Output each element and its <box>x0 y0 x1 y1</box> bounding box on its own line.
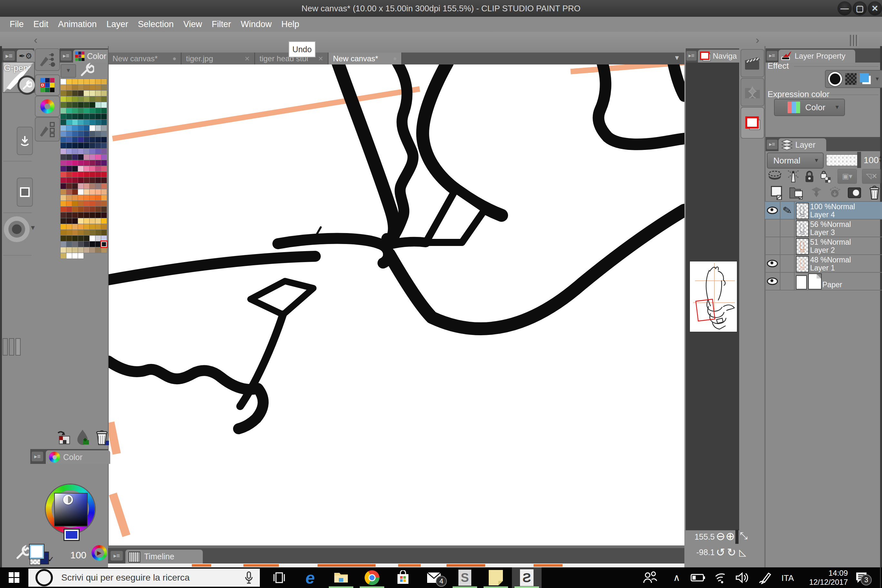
taskbar-app-clip-studio[interactable]: S <box>450 567 480 588</box>
color-swatch[interactable] <box>84 154 89 160</box>
color-swatch[interactable] <box>101 172 107 177</box>
color-swatch[interactable] <box>90 131 95 136</box>
color-swatch[interactable] <box>84 183 89 189</box>
color-swatch[interactable] <box>101 102 107 108</box>
delete-layer-icon[interactable] <box>868 186 880 200</box>
color-swatch[interactable] <box>84 120 89 125</box>
layer-row-layer-3[interactable]: 56 %NormalLayer 3 <box>765 219 882 237</box>
color-swatch[interactable] <box>78 160 84 166</box>
color-swatch[interactable] <box>84 148 89 154</box>
color-swatch[interactable] <box>78 178 84 183</box>
color-swatch[interactable] <box>78 85 84 90</box>
reference-layer-icon[interactable] <box>787 170 799 183</box>
color-swatch[interactable] <box>72 207 78 212</box>
color-swatch[interactable] <box>101 201 107 206</box>
color-swatch[interactable] <box>72 242 78 247</box>
layer-mask-icon[interactable] <box>848 187 861 199</box>
menu-item-animation[interactable]: Animation <box>58 17 97 32</box>
color-swatch[interactable] <box>95 183 101 189</box>
color-swatch[interactable] <box>66 242 72 247</box>
color-swatch[interactable] <box>61 242 66 247</box>
color-swatch[interactable] <box>61 253 66 258</box>
layer-color-icon[interactable] <box>860 73 872 85</box>
taskbar-app-sticky-notes[interactable] <box>481 567 511 588</box>
color-swatch[interactable] <box>84 189 89 195</box>
color-swatch[interactable] <box>101 230 107 236</box>
color-swatch[interactable] <box>66 166 72 171</box>
toolbar-scroll-left-icon[interactable]: ‹ <box>34 33 38 46</box>
layer-visibility-cell[interactable] <box>765 273 780 290</box>
color-swatch[interactable] <box>101 154 107 160</box>
clock[interactable]: 14:09 12/12/2017 <box>800 568 848 587</box>
color-swatch[interactable] <box>61 166 66 171</box>
layer-property-menu-icon[interactable]: ▸≡ <box>766 51 777 61</box>
tone-effect-icon[interactable] <box>845 73 856 85</box>
reset-rotation-icon[interactable]: ◺ <box>739 547 746 558</box>
canvas-tab-3[interactable]: New canvas*● <box>328 52 402 64</box>
color-swatch[interactable] <box>95 189 101 195</box>
color-swatch[interactable] <box>84 79 89 84</box>
color-swatch[interactable] <box>66 79 72 84</box>
taskbar-app-task-view[interactable] <box>264 567 294 588</box>
color-swatch[interactable] <box>101 207 107 212</box>
color-swatch[interactable] <box>66 201 72 206</box>
menu-item-window[interactable]: Window <box>241 17 272 32</box>
color-swatch[interactable] <box>84 131 89 136</box>
color-swatch[interactable] <box>78 218 84 224</box>
color-swatch[interactable] <box>84 166 89 171</box>
color-swatch[interactable] <box>95 201 101 206</box>
brush-size-indicator[interactable] <box>4 216 30 242</box>
color-swatch[interactable] <box>101 236 107 241</box>
menu-item-file[interactable]: File <box>10 17 24 32</box>
lock-transparent-pixels-icon[interactable] <box>820 170 832 183</box>
color-swatch[interactable] <box>61 247 66 253</box>
color-swatch[interactable] <box>84 247 89 253</box>
color-swatch[interactable] <box>78 201 84 206</box>
color-swatch[interactable] <box>78 253 84 258</box>
color-swatch[interactable] <box>61 91 66 96</box>
color-swatch[interactable] <box>95 236 101 241</box>
color-swatch[interactable] <box>101 114 107 119</box>
layer-row-layer-4[interactable]: ✎100 %NormalLayer 4 <box>765 202 882 219</box>
rotate-left-icon[interactable]: ↺ <box>716 546 725 559</box>
tab-color-wheel[interactable]: Color <box>46 450 110 464</box>
color-swatch[interactable] <box>78 91 84 96</box>
color-swatch[interactable] <box>95 218 101 224</box>
color-swatch[interactable] <box>72 137 78 142</box>
color-swatch[interactable] <box>72 189 78 195</box>
color-swatch[interactable] <box>61 178 66 183</box>
maximize-button[interactable]: ▢ <box>853 1 867 15</box>
color-swatch[interactable] <box>84 85 89 90</box>
color-swatch[interactable] <box>84 224 89 230</box>
add-color-icon[interactable] <box>75 429 90 446</box>
tray-chevron-up-icon[interactable]: ∧ <box>673 572 680 583</box>
color-swatch[interactable] <box>95 166 101 171</box>
transfer-down-icon[interactable] <box>829 186 840 199</box>
taskbar-app-file-explorer[interactable] <box>326 567 356 588</box>
color-swatch[interactable] <box>61 201 66 206</box>
color-swatch[interactable] <box>90 224 95 230</box>
color-swatch[interactable] <box>101 247 107 253</box>
layer-thumbnail[interactable] <box>796 256 809 272</box>
color-swatch[interactable] <box>101 137 107 142</box>
color-swatch[interactable] <box>84 137 89 142</box>
color-swatch[interactable] <box>66 120 72 125</box>
color-swatch[interactable] <box>90 96 95 102</box>
color-swatch[interactable] <box>61 102 66 108</box>
color-swatch[interactable] <box>90 247 95 253</box>
zoom-out-icon[interactable]: ⊖ <box>716 530 725 543</box>
menu-item-help[interactable]: Help <box>281 17 300 32</box>
color-swatch[interactable] <box>90 160 95 166</box>
color-swatch[interactable] <box>78 224 84 230</box>
color-swatch[interactable] <box>95 242 101 247</box>
color-swatch[interactable] <box>66 218 72 224</box>
sub-tool-detail-button[interactable] <box>35 48 60 71</box>
color-swatch[interactable] <box>72 125 78 131</box>
color-swatch[interactable] <box>95 148 101 154</box>
color-swatch[interactable] <box>95 247 101 253</box>
wifi-icon[interactable] <box>715 572 728 584</box>
color-swatch[interactable] <box>101 160 107 166</box>
color-swatch[interactable] <box>72 213 78 218</box>
border-effect-icon[interactable] <box>828 72 842 86</box>
color-swatch[interactable] <box>95 207 101 212</box>
